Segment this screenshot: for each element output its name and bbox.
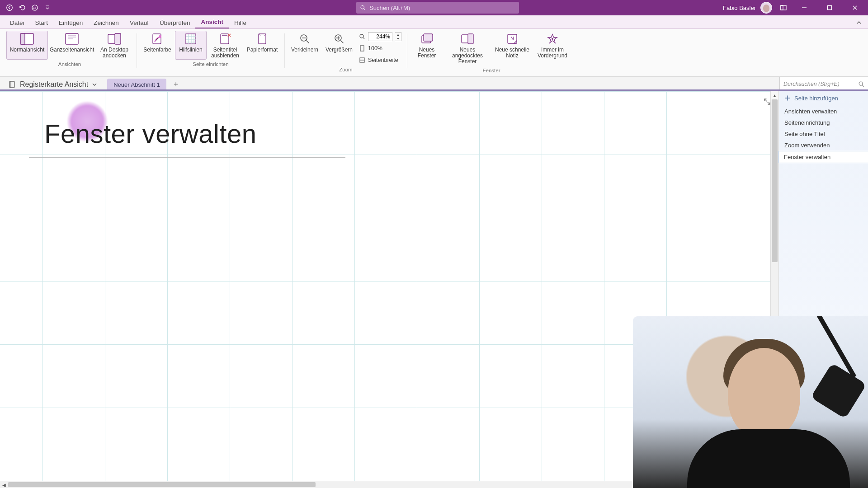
notebook-dropdown[interactable]: Registerkarte Ansicht: [4, 79, 102, 90]
plus-icon: [784, 95, 791, 101]
svg-point-3: [35, 7, 36, 8]
btn-neue-schnelle-notiz[interactable]: N Neue schnelle Notiz: [492, 31, 532, 60]
btn-neues-angedocktes-fenster[interactable]: Neues angedocktes Fenster: [443, 31, 491, 66]
separator: [284, 33, 285, 68]
svg-rect-6: [781, 5, 783, 10]
collapse-ribbon-icon[interactable]: [854, 18, 863, 27]
tab-ueberpruefen[interactable]: Überprüfen: [154, 17, 196, 28]
user-name: Fabio Basler: [723, 5, 756, 11]
notebook-name: Registerkarte Ansicht: [20, 80, 88, 89]
label: Normalansicht: [10, 47, 45, 59]
label: 100%: [368, 45, 382, 52]
zoom-seitenbreite[interactable]: Seitenbreite: [357, 55, 403, 65]
minimize-button[interactable]: [795, 0, 814, 15]
page-item[interactable]: Fenster verwalten: [778, 151, 868, 163]
btn-neues-fenster[interactable]: Neues Fenster: [411, 31, 443, 60]
page-item[interactable]: Seite ohne Titel: [779, 128, 868, 140]
zoom-options: ▲▼ 100% Seitenbreite: [357, 31, 403, 65]
tab-hilfe[interactable]: Hilfe: [229, 17, 252, 28]
search-icon: [360, 5, 366, 11]
title-bar: Fenster verwalten - OneNote Fabio Basler: [0, 0, 868, 15]
paper-size-icon: [255, 33, 269, 45]
tab-datei[interactable]: Datei: [5, 17, 30, 28]
page-list: Ansichten verwalten Seiteneinrichtung Se…: [779, 105, 868, 163]
svg-rect-7: [828, 6, 832, 10]
group-label: Fenster: [411, 66, 572, 74]
label: An Desktop andocken: [97, 47, 132, 59]
page-item[interactable]: Ansichten verwalten: [779, 106, 868, 117]
svg-rect-24: [424, 34, 433, 41]
svg-text:N: N: [510, 36, 514, 41]
label: Seitentitel ausblenden: [208, 47, 242, 59]
zoom-level-row[interactable]: ▲▼: [357, 32, 403, 42]
btn-immer-im-vordergrund[interactable]: Immer im Vordergrund: [533, 31, 572, 60]
label: Hilfslinien: [179, 47, 202, 59]
section-tab[interactable]: Neuer Abschnitt 1: [107, 79, 166, 90]
svg-point-1: [32, 5, 38, 10]
page-icon-mini: [359, 45, 365, 52]
undo-icon[interactable]: [17, 3, 27, 13]
title-underline: [29, 157, 345, 158]
group-ansichten: Normalansicht Ganzseitenansicht An Deskt…: [4, 31, 136, 76]
tab-einfuegen[interactable]: Einfügen: [53, 17, 88, 28]
add-page-button[interactable]: Seite hinzufügen: [779, 91, 868, 105]
zoom-100[interactable]: 100%: [357, 43, 403, 53]
scroll-left-icon[interactable]: ◀: [0, 481, 8, 488]
label: Seitenbreite: [368, 57, 398, 63]
hide-title-icon: [218, 33, 232, 45]
search-icon: [858, 81, 864, 87]
window-layout-icon[interactable]: [778, 3, 788, 13]
label: Seitenfarbe: [143, 47, 171, 59]
label: Ganzseitenansicht: [50, 47, 94, 59]
tab-start[interactable]: Start: [30, 17, 54, 28]
tell-me-search[interactable]: [356, 2, 519, 14]
btn-vergroessern[interactable]: Vergrößern: [322, 31, 356, 60]
btn-seitentitel-ausblenden[interactable]: Seitentitel ausblenden: [208, 31, 243, 60]
btn-ganzseitenansicht[interactable]: Ganzseitenansicht: [49, 31, 95, 60]
label: Neues Fenster: [412, 47, 442, 59]
page-title[interactable]: Fenster verwalten: [44, 118, 256, 149]
btn-verkleinern[interactable]: Verkleinern: [288, 31, 321, 60]
quick-access-toolbar: [0, 3, 57, 13]
add-section-button[interactable]: ＋: [171, 79, 181, 89]
label: Immer im Vordergrund: [534, 47, 571, 59]
zoom-icon-mini: [359, 33, 365, 40]
page-item[interactable]: Seiteneinrichtung: [779, 117, 868, 128]
touch-mode-icon[interactable]: [30, 3, 40, 13]
scroll-up-icon[interactable]: ▲: [771, 91, 778, 99]
group-fenster: Neues Fenster Neues angedocktes Fenster …: [408, 31, 575, 76]
tab-ansicht[interactable]: Ansicht: [195, 16, 229, 28]
label: Papierformat: [247, 47, 278, 59]
close-button[interactable]: [845, 0, 864, 15]
btn-normalansicht[interactable]: Normalansicht: [6, 31, 48, 60]
qat-customize-icon[interactable]: [42, 3, 52, 13]
svg-rect-15: [186, 34, 196, 44]
page-item[interactable]: Zoom verwenden: [779, 140, 868, 151]
group-label: Seite einrichten: [141, 60, 281, 68]
scroll-thumb[interactable]: [772, 99, 778, 262]
btn-hilfslinien[interactable]: Hilfslinien: [175, 31, 207, 60]
tell-me-input[interactable]: [369, 5, 515, 11]
chevron-down-icon: [92, 82, 97, 87]
svg-rect-30: [9, 81, 14, 88]
btn-seitenfarbe[interactable]: Seitenfarbe: [141, 31, 174, 60]
account-button[interactable]: Fabio Basler: [723, 2, 772, 14]
btn-andesktop-andocken[interactable]: An Desktop andocken: [96, 31, 133, 60]
zoom-spinner[interactable]: ▲▼: [395, 32, 401, 41]
tab-zeichnen[interactable]: Zeichnen: [88, 17, 124, 28]
new-window-icon: [420, 33, 434, 45]
notebook-icon: [8, 80, 16, 89]
svg-rect-21: [360, 46, 364, 51]
separator: [137, 33, 137, 68]
btn-papierformat[interactable]: Papierformat: [244, 31, 281, 60]
svg-point-29: [552, 38, 553, 40]
zoom-input[interactable]: [368, 32, 392, 41]
zoom-in-icon: [332, 33, 346, 45]
label: Neue schnelle Notiz: [493, 47, 531, 59]
scroll-thumb[interactable]: [8, 482, 316, 487]
tab-verlauf[interactable]: Verlauf: [124, 17, 154, 28]
notebook-search-input[interactable]: [783, 81, 855, 87]
back-icon[interactable]: [5, 3, 14, 13]
svg-point-4: [361, 5, 364, 9]
maximize-button[interactable]: [820, 0, 839, 15]
